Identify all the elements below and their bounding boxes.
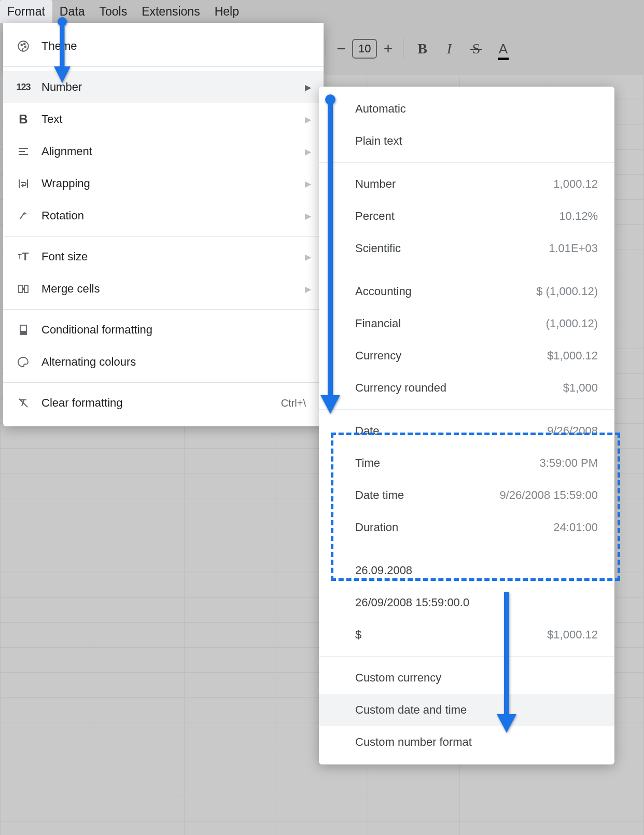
label: Accounting	[355, 285, 536, 298]
sample: 9/26/2008	[547, 424, 598, 438]
italic-button[interactable]: I	[438, 37, 460, 60]
format-number[interactable]: 123 Number ▶	[3, 71, 324, 103]
number-currency-rounded[interactable]: Currency rounded $1,000	[319, 372, 614, 404]
number-financial[interactable]: Financial (1,000.12)	[319, 308, 614, 340]
separator	[319, 549, 614, 549]
separator	[319, 270, 614, 270]
number-plain-text[interactable]: Plain text	[319, 125, 614, 157]
number-duration[interactable]: Duration 24:01:00	[319, 511, 614, 544]
label: Plain text	[355, 134, 598, 148]
alignment-icon	[16, 144, 31, 159]
number-number[interactable]: Number 1,000.12	[319, 168, 614, 200]
format-menu-dropdown: Theme 123 Number ▶ B Text ▶ Alignment ▶ …	[3, 23, 324, 426]
annotation-arrow-3	[494, 589, 520, 734]
number-custom-sample-2[interactable]: 26/09/2008 15:59:00.0	[319, 587, 614, 619]
sample: 1,000.12	[553, 177, 598, 191]
sample: 24:01:00	[553, 521, 598, 534]
strikethrough-icon: S	[472, 40, 481, 57]
number-currency[interactable]: Currency $1,000.12	[319, 340, 614, 372]
label: Clear formatting	[41, 396, 281, 410]
submenu-arrow-icon: ▶	[305, 147, 311, 157]
sample: 3:59:00 PM	[539, 456, 598, 470]
svg-point-0	[18, 41, 29, 51]
font-size-decrease[interactable]: −	[333, 40, 349, 58]
menu-tools[interactable]: Tools	[92, 0, 134, 23]
sample: $1,000	[563, 381, 598, 395]
submenu-arrow-icon: ▶	[305, 82, 311, 92]
number-custom-currency[interactable]: Custom currency	[319, 662, 614, 694]
sample: (1,000.12)	[546, 317, 598, 330]
shortcut-label: Ctrl+\	[281, 397, 306, 409]
submenu-arrow-icon: ▶	[305, 252, 311, 262]
label: Conditional formatting	[41, 323, 311, 337]
label: Wrapping	[41, 177, 305, 190]
format-rotation[interactable]: Rotation ▶	[3, 200, 324, 232]
label: Rotation	[41, 209, 305, 222]
format-text[interactable]: B Text ▶	[3, 103, 324, 135]
number-date-time[interactable]: Date time 9/26/2008 15:59:00	[319, 479, 614, 511]
label: Custom currency	[355, 671, 598, 685]
clear-formatting-icon	[16, 395, 31, 411]
number-scientific[interactable]: Scientific 1.01E+03	[319, 232, 614, 265]
number-automatic[interactable]: Automatic	[319, 93, 614, 125]
number-custom-date-time[interactable]: Custom date and time	[319, 694, 614, 726]
label: Date	[355, 424, 547, 438]
svg-marker-15	[54, 66, 71, 83]
menu-extensions[interactable]: Extensions	[134, 0, 207, 23]
bold-button[interactable]: B	[411, 37, 433, 60]
svg-rect-9	[19, 285, 22, 293]
label: Alignment	[41, 145, 305, 158]
text-color-button[interactable]: A	[492, 37, 514, 60]
label: Text	[41, 113, 305, 126]
format-theme[interactable]: Theme	[3, 30, 324, 62]
annotation-arrow-1	[52, 17, 73, 84]
format-clear-formatting[interactable]: Clear formatting Ctrl+\	[3, 387, 324, 419]
label: Percent	[355, 210, 559, 223]
sample: $1,000.12	[547, 628, 598, 642]
font-size-input[interactable]: 10	[352, 39, 377, 59]
font-size-increase[interactable]: +	[380, 40, 396, 58]
separator	[3, 66, 324, 67]
label: Financial	[355, 317, 546, 330]
separator	[403, 38, 403, 59]
number-custom-sample-3[interactable]: $ $1,000.12	[319, 619, 614, 651]
format-alignment[interactable]: Alignment ▶	[3, 135, 324, 168]
label: Custom date and time	[355, 703, 598, 717]
svg-rect-12	[20, 331, 26, 335]
number-submenu: Automatic Plain text Number 1,000.12 Per…	[319, 87, 614, 764]
number-date[interactable]: Date 9/26/2008	[319, 415, 614, 447]
separator	[3, 382, 324, 383]
label: Number	[355, 177, 553, 191]
label: Duration	[355, 521, 553, 534]
alternating-colours-icon	[16, 354, 31, 370]
number-accounting[interactable]: Accounting $ (1,000.12)	[319, 275, 614, 308]
separator	[326, 38, 326, 59]
svg-marker-18	[320, 395, 340, 414]
svg-point-1	[21, 44, 22, 46]
menu-format[interactable]: Format	[0, 0, 52, 23]
rotation-icon	[16, 208, 31, 224]
submenu-arrow-icon: ▶	[305, 115, 311, 124]
number-custom-sample-1[interactable]: 26.09.2008	[319, 554, 614, 587]
svg-point-2	[24, 43, 25, 45]
number-custom-number-format[interactable]: Custom number format	[319, 726, 614, 758]
number-percent[interactable]: Percent 10.12%	[319, 200, 614, 232]
menu-help[interactable]: Help	[207, 0, 246, 23]
text-color-icon: A	[499, 41, 508, 57]
format-font-size[interactable]: TT Font size ▶	[3, 241, 324, 273]
format-conditional-formatting[interactable]: Conditional formatting	[3, 314, 324, 346]
separator	[3, 236, 324, 236]
submenu-arrow-icon: ▶	[305, 284, 311, 294]
menubar: Format Data Tools Extensions Help	[0, 0, 644, 23]
format-alternating-colours[interactable]: Alternating colours	[3, 346, 324, 378]
number-time[interactable]: Time 3:59:00 PM	[319, 447, 614, 479]
separator	[319, 162, 614, 163]
label: Time	[355, 456, 539, 470]
sample: 10.12%	[559, 210, 598, 223]
format-wrapping[interactable]: Wrapping ▶	[3, 168, 324, 200]
label: Font size	[41, 250, 305, 263]
label: Scientific	[355, 242, 549, 255]
format-merge-cells[interactable]: Merge cells ▶	[3, 273, 324, 305]
strikethrough-button[interactable]: S	[465, 37, 487, 60]
separator	[319, 409, 614, 410]
